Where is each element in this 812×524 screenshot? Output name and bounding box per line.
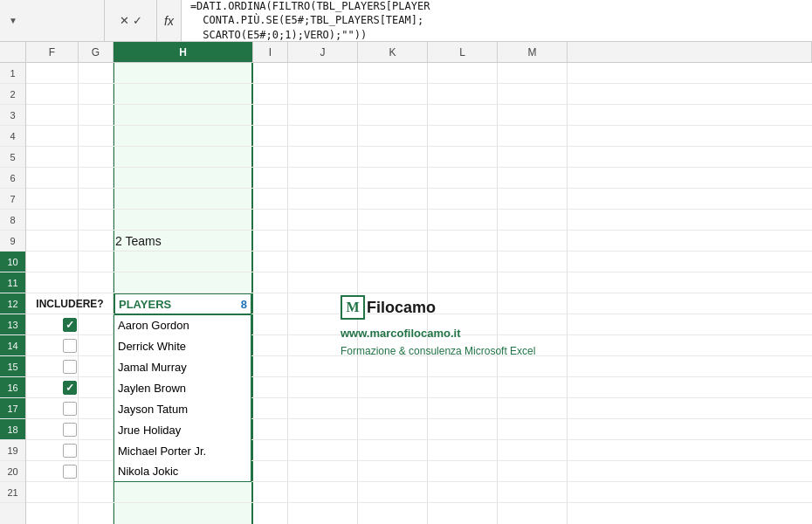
row-num-13: 13 [0,314,25,335]
checkbox-3[interactable] [63,360,77,374]
checkbox-cell-1[interactable] [26,314,114,335]
row-num-11: 11 [0,272,25,293]
col-header-I[interactable]: I [253,42,288,62]
checkbox-2[interactable] [63,339,77,353]
col-header-J[interactable]: J [288,42,358,62]
row-num-19: 19 [0,440,25,461]
checkbox-5[interactable] [63,402,77,416]
col-header-H[interactable]: H [114,42,253,62]
col-header-L[interactable]: L [428,42,498,62]
formula-text: =DATI.ORDINA(FILTRO(TBL_PLAYERS[PLAYER C… [190,0,430,41]
row-num-4: 4 [0,126,25,147]
player-name-8: Nikola Jokic [114,461,251,482]
player-row-1: Aaron Gordon [26,314,253,335]
teams-label: 2 Teams [115,234,162,248]
row-num-7: 7 [0,189,25,210]
player-row-6: Jrue Holiday [26,419,253,440]
name-box[interactable]: ▼ [0,0,105,41]
player-name-4: Jaylen Brown [114,377,251,398]
player-name-5: Jayson Tatum [114,398,251,419]
grid-body: 1 2 3 4 5 6 7 8 9 10 11 12 13 14 15 16 1… [0,63,812,524]
logo-m-icon: M [341,295,365,320]
includere-header: INCLUDERE? [26,293,114,314]
checkbox-4[interactable] [63,381,77,395]
formula-bar: ▼ ✕ ✓ fx =DATI.ORDINA(FILTRO(TBL_PLAYERS… [0,0,812,42]
checkbox-cell-6[interactable] [26,419,114,440]
brand-area: M Filocamo www.marcofilocamo.it Formazio… [341,295,535,357]
row-num-1: 1 [0,63,25,84]
checkbox-cell-2[interactable] [26,335,114,356]
col-header-K[interactable]: K [358,42,428,62]
player-row-4: Jaylen Brown [26,377,253,398]
player-row-2: Derrick White [26,335,253,356]
col-header-F[interactable]: F [26,42,79,62]
row-num-12: 12 [0,293,25,314]
subtitle-text: Formazione & consulenza Microsoft Excel [341,345,535,357]
row-num-10: 10 [0,252,25,272]
col-header-rest[interactable] [568,42,812,62]
checkbox-cell-4[interactable] [26,377,114,398]
fx-label: fx [157,0,182,41]
row-num-6: 6 [0,168,25,189]
player-row-8: Nikola Jokic [26,461,253,482]
col-header-G[interactable]: G [79,42,114,62]
players-header: PLAYERS 8 [114,293,251,314]
player-name-7: Michael Porter Jr. [114,440,251,461]
checkbox-cell-8[interactable] [26,461,114,482]
player-name-3: Jamal Murray [114,356,251,377]
checkbox-8[interactable] [63,465,77,479]
checkbox-cell-3[interactable] [26,356,114,377]
checkbox-6[interactable] [63,423,77,437]
website-link[interactable]: www.marcofilocamo.it [341,327,535,340]
column-headers: F G H I J K L M [0,42,812,63]
player-row-3: Jamal Murray [26,356,253,377]
spreadsheet-app: ▼ ✕ ✓ fx =DATI.ORDINA(FILTRO(TBL_PLAYERS… [0,0,812,524]
row-num-8: 8 [0,210,25,231]
row-num-17: 17 [0,398,25,419]
formula-icons: ✕ ✓ [105,0,157,41]
row-num-3: 3 [0,105,25,126]
player-name-1: Aaron Gordon [114,314,251,335]
row-num-15: 15 [0,356,25,377]
formula-input[interactable]: =DATI.ORDINA(FILTRO(TBL_PLAYERS[PLAYER C… [182,0,812,41]
player-row-5: Jayson Tatum [26,398,253,419]
row-num-16: 16 [0,377,25,398]
logo-brand-name: Filocamo [367,299,436,317]
name-box-dropdown-icon[interactable]: ▼ [9,16,17,25]
player-name-6: Jrue Holiday [114,419,251,440]
row-num-9: 9 [0,231,25,252]
grid-content-area: 2 Teams INCLUDERE? PLAYERS 8 [26,63,812,524]
confirm-formula-icon[interactable]: ✓ [133,14,142,27]
player-name-2: Derrick White [114,335,251,356]
checkbox-7[interactable] [63,444,77,458]
row-num-2: 2 [0,84,25,105]
row-num-header [0,42,26,62]
fx-text: fx [164,14,174,28]
checkbox-cell-7[interactable] [26,440,114,461]
cancel-formula-icon[interactable]: ✕ [120,14,129,27]
row-numbers: 1 2 3 4 5 6 7 8 9 10 11 12 13 14 15 16 1… [0,63,26,524]
row-num-20: 20 [0,461,25,482]
player-row-7: Michael Porter Jr. [26,440,253,461]
row-num-18: 18 [0,419,25,440]
checkbox-1[interactable] [63,318,77,332]
spreadsheet-grid: F G H I J K L M 1 2 3 4 5 6 7 8 9 10 [0,42,812,524]
row-num-14: 14 [0,335,25,356]
row-num-21: 21 [0,482,25,503]
logo-box: M Filocamo [341,295,535,320]
checkbox-cell-5[interactable] [26,398,114,419]
col-header-M[interactable]: M [498,42,568,62]
row-num-5: 5 [0,147,25,168]
